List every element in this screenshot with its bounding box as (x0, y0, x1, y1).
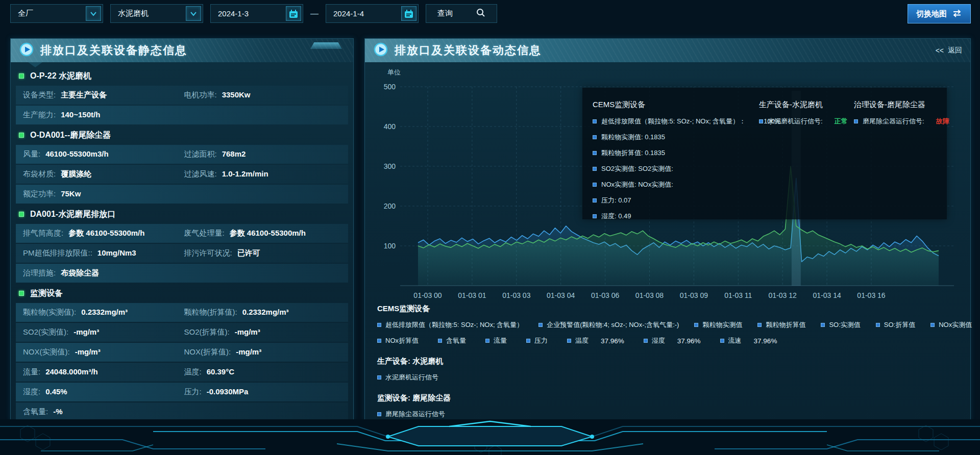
end-date-input[interactable]: 2024-1-4 (326, 4, 419, 23)
query-button-label: 查询 (437, 9, 453, 18)
end-date-value: 2024-1-4 (326, 9, 401, 18)
legend-item[interactable]: NOx折算值 (377, 336, 419, 345)
tooltip-item-label: 超低排放限值（颗拉物:5: SOz-; NOx; 含氧量）： (601, 117, 746, 126)
field-value: 3350Kw (222, 90, 251, 99)
legend-item[interactable]: 压力 (526, 336, 548, 345)
legend-item[interactable]: 超低排放限值（颗拉物:5: SOz-; NOx; 含氧量） (377, 320, 523, 330)
info-row: 风量:46100-55300m3/h过滤面积:768m2 (16, 145, 348, 164)
calendar-icon[interactable] (286, 6, 301, 21)
chevron-down-icon[interactable] (186, 6, 201, 21)
swap-arrows-icon (952, 9, 962, 19)
field-value: -% (53, 407, 62, 416)
info-cell: PM超低排排放限值::10mg/Nm3 (23, 248, 184, 258)
legend-item[interactable]: SO:折算值 (876, 320, 915, 330)
chevron-down-icon[interactable] (86, 6, 101, 21)
calendar-icon[interactable] (401, 6, 416, 21)
legend-marker-icon (644, 339, 648, 343)
legend-item-label: 流速 (728, 336, 742, 345)
field-value: 主要生产设备 (61, 90, 107, 100)
info-cell: 生产能力:140~150t/h (23, 110, 184, 120)
legend-marker-icon (821, 323, 825, 327)
legend-marker-icon (377, 339, 381, 343)
field-value: -mg/m³ (236, 347, 261, 356)
field-value: -mg/m³ (74, 327, 99, 336)
legend-item[interactable]: 流量 (485, 336, 507, 345)
svg-text:300: 300 (384, 162, 396, 170)
start-date-input[interactable]: 2024-1-3 (210, 4, 303, 23)
field-label: 含氧量: (23, 407, 48, 417)
legend-item[interactable]: 水泥磨机运行信号 (377, 373, 438, 382)
legend-item[interactable]: SO:实测值 (821, 320, 860, 330)
field-label: 湿度: (23, 387, 40, 397)
tooltip-item: 压力: 0.07 (593, 196, 759, 205)
tooltip-item: SO2实测值: SO2实测值: (593, 164, 759, 173)
field-value: 参数 46100-55300m/h (230, 229, 306, 238)
field-value: 24048.000m³/h (45, 367, 98, 376)
field-label: 颗粒物(实测值): (23, 308, 76, 317)
legend-item-label: SO:折算值 (884, 320, 915, 330)
legend-monitor-row: 磨尾除尘器运行信号 (377, 410, 963, 419)
svg-text:01-03 08: 01-03 08 (635, 291, 664, 299)
query-button[interactable]: 查询 (426, 4, 497, 23)
legend-item[interactable]: 温度37.96% (567, 336, 624, 345)
static-info-panel: 排放口及关联设备静态信息 O-P-22 水泥磨机设备类型:主要生产设备电机功率:… (10, 38, 354, 421)
legend-marker-icon (567, 339, 571, 343)
field-label: NOX(折算值): (184, 347, 231, 357)
info-row: NOX(实测值):-mg/m³NOX(折算值):-mg/m³ (16, 343, 348, 362)
search-icon (476, 8, 485, 19)
legend-item[interactable]: 磨尾除尘器运行信号 (377, 410, 445, 419)
section-header-row: O-DA001--磨尾除尘器 (16, 127, 348, 144)
legend-marker-icon (593, 135, 597, 139)
green-square-icon (19, 291, 24, 296)
legend-item-value: 37.96% (601, 337, 624, 345)
legend-marker-icon (526, 339, 530, 343)
legend-marker-icon (438, 339, 442, 343)
tooltip-item: 颗粒物折算值: 0.1835 (593, 148, 759, 158)
static-info-rows: O-P-22 水泥磨机设备类型:主要生产设备电机功率:3350Kw生产能力:14… (11, 62, 353, 421)
plant-select[interactable]: 全厂 (10, 4, 103, 23)
legend-marker-icon (377, 323, 381, 327)
legend-item[interactable]: 流速37.96% (720, 336, 777, 345)
legend-item-label: 温度 (575, 336, 589, 345)
info-row: 含氧量:-% (16, 402, 348, 421)
field-label: 生产能力: (23, 110, 56, 120)
legend-item[interactable]: 企业预警值(颗粒物:4; sOz-; NOx-;含氧气量:-) (538, 320, 679, 330)
field-value: 768m2 (222, 149, 246, 158)
switch-map-button[interactable]: 切换地图 (908, 4, 971, 23)
legend-item-label: 湿度 (652, 336, 665, 345)
field-label: 废气处理量: (184, 229, 225, 238)
svg-text:01-03 16: 01-03 16 (857, 291, 885, 299)
tooltip-item: NOx实测值: NOx实测值: (593, 180, 759, 189)
back-button[interactable]: << 返回 (936, 46, 962, 55)
section-title: O-P-22 水泥磨机 (30, 71, 91, 82)
field-value: 覆膜涤纶 (61, 169, 91, 179)
legend-item-label: 水泥磨机运行信号 (385, 373, 438, 382)
legend-item[interactable]: 颗粒物实测值 (694, 320, 742, 330)
field-value: -mg/m³ (75, 347, 101, 356)
info-cell: 额定功率:75Kw (23, 189, 184, 199)
field-label: 电机功率: (184, 90, 217, 100)
legend-item-value: 37.96% (754, 337, 777, 345)
field-value: 布袋除尘器 (61, 268, 99, 278)
legend-item[interactable]: 颗粒物折算值 (757, 320, 805, 330)
legend-item[interactable]: 含氧量 (438, 336, 466, 345)
info-cell: 过滤面积:768m2 (184, 149, 346, 159)
field-label: 过滤面积: (184, 149, 217, 159)
legend-marker-icon (854, 119, 858, 123)
tooltip-item-label: 水泥磨机运行信号: (768, 117, 823, 126)
tooltip-treatment-column: 治理设备-磨尾除尘器磨尾除尘器运行信号:故障 (854, 96, 949, 228)
play-icon (373, 42, 388, 59)
legend-marker-icon (593, 214, 597, 218)
legend-item[interactable]: NOx实测值 (930, 320, 972, 330)
legend-marker-icon (720, 339, 724, 343)
legend-item-label: NOx实测值 (939, 320, 972, 330)
legend-marker-icon (485, 339, 489, 343)
legend-item[interactable]: 湿度37.96% (644, 336, 701, 345)
field-value: 10mg/Nm3 (97, 248, 136, 257)
device-select[interactable]: 水泥磨机 (110, 4, 203, 23)
bottom-hud-decoration (0, 419, 980, 455)
field-value: 0.2332mg/m³ (81, 308, 128, 316)
tooltip-item: 超低排放限值（颗拉物:5: SOz-; NOx; 含氧量）：100% (593, 117, 759, 126)
svg-text:01-03 12: 01-03 12 (769, 291, 797, 299)
field-label: 布袋材质: (23, 169, 56, 179)
